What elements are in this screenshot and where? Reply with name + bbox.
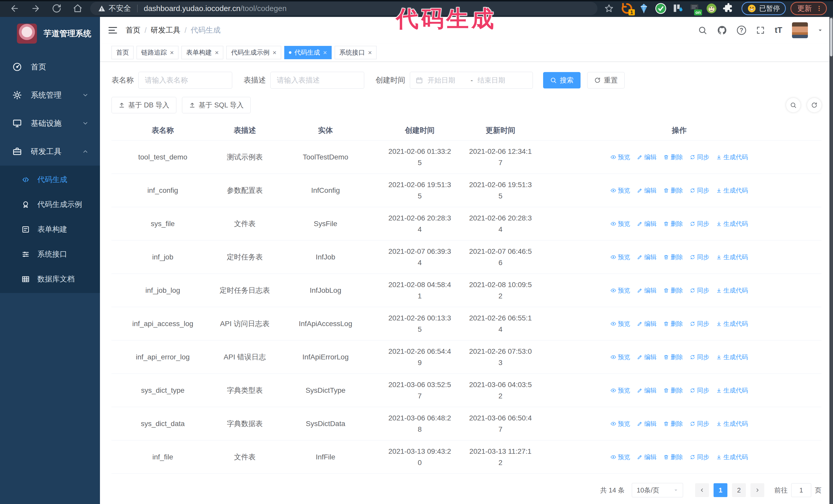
action-sync-link[interactable]: 同步 xyxy=(690,153,710,161)
ext-monkey-icon[interactable] xyxy=(706,3,717,14)
action-delete-link[interactable]: 删除 xyxy=(663,353,683,361)
page-button-1[interactable]: 1 xyxy=(714,483,728,497)
font-size-icon[interactable]: tT xyxy=(775,26,782,35)
action-edit-link[interactable]: 编辑 xyxy=(637,353,657,361)
action-delete-link[interactable]: 删除 xyxy=(663,186,683,195)
action-sync-link[interactable]: 同步 xyxy=(690,353,710,361)
action-sync-link[interactable]: 同步 xyxy=(690,419,710,428)
ext-check-icon[interactable] xyxy=(655,3,667,14)
action-sync-link[interactable]: 同步 xyxy=(690,220,710,228)
breadcrumb-home[interactable]: 首页 xyxy=(125,25,140,35)
browser-address-bar[interactable]: 不安全 dashboard.yudao.iocoder.cn/tool/code… xyxy=(90,2,597,15)
action-generate-link[interactable]: 生成代码 xyxy=(716,186,748,195)
action-generate-link[interactable]: 生成代码 xyxy=(716,419,748,428)
tab-close-icon[interactable]: × xyxy=(323,49,327,56)
tab-codegen[interactable]: 代码生成× xyxy=(284,46,332,59)
prev-page-button[interactable] xyxy=(695,483,709,497)
ext-switch-icon[interactable]: on xyxy=(689,3,700,14)
action-preview-link[interactable]: 预览 xyxy=(611,186,630,195)
action-preview-link[interactable]: 预览 xyxy=(611,286,630,294)
action-edit-link[interactable]: 编辑 xyxy=(637,186,657,195)
action-sync-link[interactable]: 同步 xyxy=(690,320,710,328)
browser-back-icon[interactable] xyxy=(10,4,20,13)
browser-forward-icon[interactable] xyxy=(31,4,41,13)
sidebar-subitem-codegen-demo[interactable]: 代码生成示例 xyxy=(0,192,100,217)
next-page-button[interactable] xyxy=(751,483,764,497)
action-edit-link[interactable]: 编辑 xyxy=(637,419,657,428)
sidebar-item-devtools[interactable]: 研发工具 xyxy=(0,137,100,166)
fullscreen-icon[interactable] xyxy=(756,26,765,35)
action-delete-link[interactable]: 删除 xyxy=(663,253,683,261)
refresh-table-button[interactable] xyxy=(807,98,822,112)
tab-tracing[interactable]: 链路追踪× xyxy=(137,46,178,59)
action-preview-link[interactable]: 预览 xyxy=(611,220,630,228)
tab-close-icon[interactable]: × xyxy=(272,49,276,56)
create-time-range-picker[interactable]: 开始日期 - 结束日期 xyxy=(410,72,533,89)
scrollbar-thumb[interactable] xyxy=(830,18,832,56)
action-delete-link[interactable]: 删除 xyxy=(663,320,683,328)
table-name-input[interactable] xyxy=(144,76,226,85)
action-generate-link[interactable]: 生成代码 xyxy=(716,353,748,361)
extensions-puzzle-icon[interactable] xyxy=(722,3,734,14)
action-delete-link[interactable]: 删除 xyxy=(663,453,683,461)
tab-close-icon[interactable]: × xyxy=(215,49,219,56)
action-delete-link[interactable]: 删除 xyxy=(663,286,683,294)
kebab-menu-icon[interactable] xyxy=(816,5,823,12)
ext-gem-icon[interactable] xyxy=(638,3,650,14)
action-delete-link[interactable]: 删除 xyxy=(663,153,683,161)
sidebar-item-home[interactable]: 首页 xyxy=(0,53,100,81)
action-delete-link[interactable]: 删除 xyxy=(663,386,683,394)
action-generate-link[interactable]: 生成代码 xyxy=(716,253,748,261)
action-sync-link[interactable]: 同步 xyxy=(690,386,710,394)
action-edit-link[interactable]: 编辑 xyxy=(637,453,657,461)
page-button-2[interactable]: 2 xyxy=(732,483,746,497)
app-logo-row[interactable]: 芋道管理系统 xyxy=(0,17,100,50)
action-delete-link[interactable]: 删除 xyxy=(663,220,683,228)
action-delete-link[interactable]: 删除 xyxy=(663,419,683,428)
action-preview-link[interactable]: 预览 xyxy=(611,253,630,261)
avatar[interactable] xyxy=(792,22,808,38)
tab-close-icon[interactable]: × xyxy=(368,49,372,56)
action-preview-link[interactable]: 预览 xyxy=(611,453,630,461)
ext-columns-icon[interactable] xyxy=(672,3,684,14)
action-edit-link[interactable]: 编辑 xyxy=(637,153,657,161)
sidebar-item-system[interactable]: 系统管理 xyxy=(0,81,100,109)
action-edit-link[interactable]: 编辑 xyxy=(637,386,657,394)
table-desc-input[interactable] xyxy=(276,76,358,85)
breadcrumb-devtools[interactable]: 研发工具 xyxy=(151,25,181,35)
browser-update-button[interactable]: 更新 xyxy=(790,2,827,15)
browser-reload-icon[interactable] xyxy=(52,4,62,13)
tab-codegen-demo[interactable]: 代码生成示例× xyxy=(226,46,281,59)
reset-button[interactable]: 重置 xyxy=(587,72,625,89)
search-icon[interactable] xyxy=(698,26,707,35)
action-preview-link[interactable]: 预览 xyxy=(611,419,630,428)
action-edit-link[interactable]: 编辑 xyxy=(637,253,657,261)
action-preview-link[interactable]: 预览 xyxy=(611,353,630,361)
tab-system-api[interactable]: 系统接口× xyxy=(335,46,377,59)
github-icon[interactable] xyxy=(717,25,727,35)
action-sync-link[interactable]: 同步 xyxy=(690,453,710,461)
action-edit-link[interactable]: 编辑 xyxy=(637,320,657,328)
action-generate-link[interactable]: 生成代码 xyxy=(716,153,748,161)
sidebar-item-infra[interactable]: 基础设施 xyxy=(0,109,100,137)
goto-page-input[interactable] xyxy=(791,483,811,497)
action-sync-link[interactable]: 同步 xyxy=(690,253,710,261)
page-size-select[interactable]: 10条/页 xyxy=(632,483,683,497)
browser-home-icon[interactable] xyxy=(73,4,82,13)
sidebar-subitem-form-builder[interactable]: 表单构建 xyxy=(0,217,100,242)
help-icon[interactable]: ? xyxy=(737,26,746,35)
hamburger-icon[interactable] xyxy=(108,25,118,35)
action-preview-link[interactable]: 预览 xyxy=(611,386,630,394)
sidebar-subitem-codegen[interactable]: 代码生成 xyxy=(0,167,100,192)
action-generate-link[interactable]: 生成代码 xyxy=(716,386,748,394)
import-db-button[interactable]: 基于 DB 导入 xyxy=(112,97,176,113)
action-sync-link[interactable]: 同步 xyxy=(690,286,710,294)
action-edit-link[interactable]: 编辑 xyxy=(637,220,657,228)
tab-close-icon[interactable]: × xyxy=(170,49,174,56)
action-generate-link[interactable]: 生成代码 xyxy=(716,286,748,294)
action-generate-link[interactable]: 生成代码 xyxy=(716,320,748,328)
browser-scrollbar[interactable] xyxy=(829,17,833,504)
bookmark-star-icon[interactable] xyxy=(604,4,614,13)
action-preview-link[interactable]: 预览 xyxy=(611,153,630,161)
search-button[interactable]: 搜索 xyxy=(543,72,580,89)
